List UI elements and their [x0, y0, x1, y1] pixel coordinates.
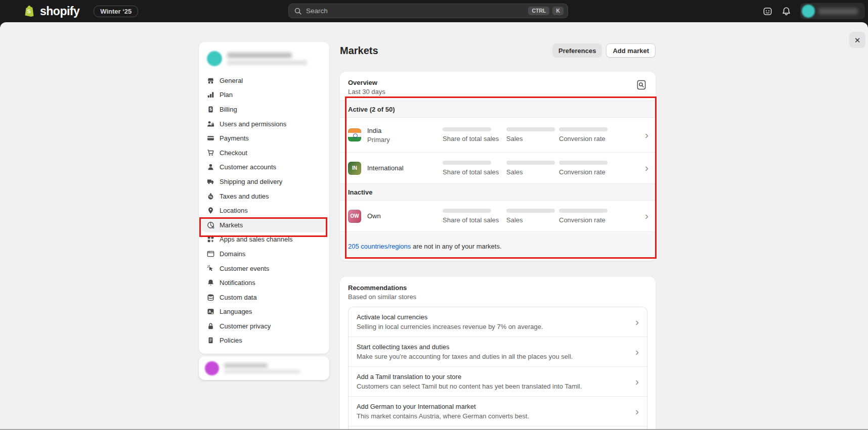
domains-icon: [207, 250, 214, 258]
stat-bar: [506, 127, 555, 131]
sidebar-item-customer-privacy[interactable]: Customer privacy: [202, 319, 326, 333]
stat-bar: [559, 209, 607, 213]
redacted-user-info: [224, 363, 300, 373]
recommendations-list: Activate local currencies Selling in loc…: [348, 307, 647, 430]
recommendations-subtitle: Based on similar stores: [348, 293, 416, 301]
stat-bar: [559, 161, 607, 165]
redacted-store-info: [227, 53, 307, 65]
recommendation-collect-taxes-duties[interactable]: Start collecting taxes and duties Make s…: [349, 337, 647, 366]
sidebar-item-markets[interactable]: $ Markets: [202, 218, 326, 232]
sidebar-item-users-and-permissions[interactable]: Users and permissions: [202, 117, 326, 131]
shopify-bag-icon: S: [23, 5, 35, 18]
sidebar-item-customer-events[interactable]: Customer events: [202, 261, 326, 276]
payments-icon: [207, 134, 214, 142]
store-icon: [207, 77, 214, 84]
settings-modal: ✕ General Plan $ Billing Users and permi…: [0, 22, 868, 430]
market-name: India: [367, 127, 390, 134]
chevron-right-icon: ›: [645, 212, 648, 220]
bell-icon: [207, 279, 214, 286]
customer-events-icon: [207, 265, 214, 272]
ctrl-key-badge: CTRL: [528, 7, 549, 15]
chevron-right-icon: ›: [645, 131, 648, 139]
close-button[interactable]: ✕: [849, 32, 865, 48]
account-card[interactable]: [199, 356, 329, 380]
cart-icon: [207, 149, 214, 157]
location-pin-icon: [207, 207, 214, 214]
overview-footer: 205 countries/regions are not in any of …: [340, 231, 656, 261]
report-icon: [636, 80, 646, 90]
sidebar-item-notifications[interactable]: Notifications: [202, 275, 326, 290]
international-market-icon: IN: [348, 162, 361, 175]
chevron-right-icon: ›: [635, 318, 639, 326]
sidebar-item-billing[interactable]: $ Billing: [202, 102, 326, 117]
notifications-button[interactable]: [782, 7, 791, 16]
add-market-button[interactable]: Add market: [606, 43, 656, 58]
billing-icon: $: [207, 106, 214, 113]
sidebar-item-customer-accounts[interactable]: Customer accounts: [202, 160, 326, 175]
person-icon: [207, 163, 214, 171]
recommendations-title: Recommendations: [348, 284, 416, 292]
stat-bar: [506, 161, 555, 165]
market-row-own[interactable]: OW Own Share of total sales Sales Conver…: [340, 201, 656, 231]
release-badge: Winter ‘25: [94, 6, 138, 17]
truck-icon: [207, 178, 214, 185]
bell-icon: [782, 7, 791, 16]
stat-bar: [443, 209, 491, 213]
sidebar-item-taxes-and-duties[interactable]: % Taxes and duties: [202, 189, 326, 204]
sidebar-item-plan[interactable]: Plan: [202, 88, 326, 103]
search-bar[interactable]: CTRL K: [288, 4, 568, 18]
inactive-section-header: Inactive: [340, 183, 656, 201]
page-title: Markets: [340, 45, 378, 57]
redacted-account-name: [818, 8, 858, 15]
sidekick-icon: [763, 7, 772, 16]
sidebar-item-custom-data[interactable]: Custom data: [202, 290, 326, 305]
chevron-right-icon: ›: [635, 377, 639, 386]
sidebar-item-apps-and-sales-channels[interactable]: Apps and sales channels: [202, 232, 326, 247]
sidebar-item-domains[interactable]: Domains: [202, 247, 326, 261]
markets-globe-icon: $: [207, 221, 214, 229]
overview-subtitle: Last 30 days: [348, 88, 385, 95]
active-section-header: Active (2 of 50): [340, 101, 656, 118]
store-switcher[interactable]: [202, 46, 326, 73]
market-stats: Share of total sales Sales Conversion ra…: [443, 127, 620, 142]
sidebar-item-general[interactable]: General: [202, 73, 326, 88]
recommendation-add-german[interactable]: Add German to your International market …: [349, 396, 647, 426]
users-icon: [207, 120, 214, 128]
overview-footer-text: are not in any of your markets.: [411, 243, 501, 250]
recommendation-activate-local-currencies[interactable]: Activate local currencies Selling in loc…: [349, 307, 647, 337]
svg-text:$: $: [209, 107, 212, 112]
store-avatar: [802, 5, 815, 18]
topbar: S shopify Winter ‘25 CTRL K: [0, 0, 868, 22]
store-avatar: [207, 51, 222, 66]
countries-regions-link[interactable]: 205 countries/regions: [348, 243, 411, 250]
sidekick-button[interactable]: [763, 7, 772, 16]
svg-text:%: %: [209, 195, 212, 198]
stat-bar: [506, 209, 555, 213]
search-input[interactable]: [306, 7, 525, 15]
view-report-button[interactable]: [635, 79, 647, 92]
topbar-account-chip[interactable]: [800, 3, 865, 19]
market-stats: Share of total sales Sales Conversion ra…: [443, 209, 620, 224]
sidebar-item-locations[interactable]: Locations: [202, 203, 326, 218]
sidebar-item-payments[interactable]: Payments: [202, 131, 326, 146]
sidebar-item-languages[interactable]: Aa Languages: [202, 305, 326, 319]
page-header: Markets Preferences Add market: [340, 39, 656, 62]
shopify-logo[interactable]: S shopify: [23, 5, 79, 18]
sidebar-item-checkout[interactable]: Checkout: [202, 146, 326, 160]
recommendation-tamil-translation[interactable]: Add a Tamil translation to your store Cu…: [349, 366, 647, 396]
overview-title: Overview: [348, 79, 385, 86]
sidebar-item-policies[interactable]: Policies: [202, 333, 326, 348]
market-row-international[interactable]: IN International Share of total sales Sa…: [340, 152, 656, 183]
sidebar-item-shipping-and-delivery[interactable]: Shipping and delivery: [202, 174, 326, 189]
preferences-button[interactable]: Preferences: [552, 43, 602, 58]
lock-icon: [207, 322, 214, 330]
apps-icon: [207, 235, 214, 243]
svg-text:$: $: [212, 225, 214, 228]
k-key-badge: K: [552, 7, 563, 15]
overview-card: Overview Last 30 days Active (2 of 50): [340, 72, 656, 261]
svg-text:S: S: [27, 9, 31, 15]
topbar-left: S shopify Winter ‘25: [23, 5, 138, 18]
india-flag-icon: [348, 128, 361, 141]
market-subtitle: Primary: [367, 136, 390, 144]
market-row-india[interactable]: India Primary Share of total sales Sales…: [340, 118, 656, 152]
